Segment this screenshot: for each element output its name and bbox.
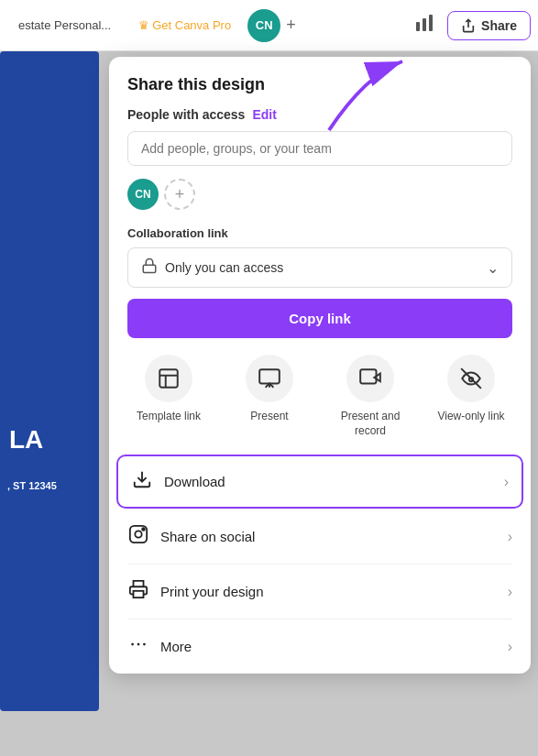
lock-icon: [141, 257, 158, 278]
share-panel: Share this design People with access Edi…: [109, 57, 531, 674]
user-avatar: CN: [127, 179, 159, 210]
more-icon: [127, 634, 149, 659]
design-address: , ST 12345: [7, 480, 57, 491]
design-preview: LA , ST 12345: [0, 51, 99, 711]
people-access-row: People with access Edit: [127, 107, 512, 122]
share-social-label: Share on social: [160, 529, 497, 544]
share-button[interactable]: Share: [447, 11, 531, 40]
svg-point-19: [137, 643, 140, 646]
collab-label: Collaboration link: [127, 226, 512, 240]
tab-canva-pro[interactable]: ♛ Get Canva Pro: [127, 0, 242, 50]
svg-point-18: [131, 643, 134, 646]
collab-dropdown[interactable]: Only you can access ⌄: [127, 247, 512, 288]
svg-rect-2: [429, 15, 433, 31]
print-chevron-icon: ›: [508, 584, 512, 600]
more-label: More: [160, 639, 497, 654]
print-list-item[interactable]: Print your design ›: [109, 564, 531, 619]
avatar[interactable]: CN: [247, 9, 280, 42]
svg-rect-9: [259, 369, 280, 383]
plus-button[interactable]: +: [286, 16, 296, 35]
svg-rect-5: [143, 265, 156, 272]
present-record-label: Present and record: [329, 410, 412, 438]
edit-link[interactable]: Edit: [252, 107, 276, 122]
action-present-record[interactable]: Present and record: [329, 355, 412, 438]
svg-rect-17: [134, 591, 144, 597]
view-only-label: View-only link: [437, 410, 504, 424]
tab-estate-label: estate Personal...: [18, 18, 111, 32]
tab-estate[interactable]: estate Personal...: [7, 0, 122, 50]
more-chevron-icon: ›: [508, 639, 512, 655]
share-panel-title: Share this design: [127, 75, 512, 94]
svg-rect-6: [159, 369, 178, 388]
print-icon: [127, 579, 149, 604]
chevron-down-icon: ⌄: [487, 259, 499, 277]
svg-rect-0: [416, 22, 420, 31]
avatar-row: CN +: [127, 179, 512, 210]
present-icon-circle: [246, 355, 293, 402]
chart-icon[interactable]: [407, 13, 442, 38]
more-list-item[interactable]: More ›: [109, 619, 531, 674]
add-avatar-button[interactable]: +: [164, 179, 195, 210]
svg-point-15: [135, 531, 141, 538]
action-icons-row: Template link Present Present and recor: [109, 355, 531, 455]
tab-canva-pro-label: Get Canva Pro: [152, 18, 231, 32]
collab-option-text: Only you can access: [165, 260, 487, 275]
present-record-icon-circle: [346, 355, 394, 402]
print-label: Print your design: [160, 584, 497, 599]
action-view-only[interactable]: View-only link: [430, 355, 512, 424]
svg-rect-11: [360, 369, 376, 383]
download-icon: [131, 469, 153, 494]
copy-link-button[interactable]: Copy link: [127, 299, 512, 338]
svg-point-16: [142, 528, 145, 531]
avatar-initials: CN: [256, 18, 273, 32]
svg-point-20: [143, 643, 146, 646]
svg-line-12: [461, 368, 481, 389]
design-city: LA: [9, 425, 43, 455]
share-social-list-item[interactable]: Share on social ›: [109, 509, 531, 564]
share-social-icon: [127, 524, 149, 549]
download-label: Download: [164, 474, 493, 489]
people-access-label: People with access: [127, 107, 245, 122]
share-button-label: Share: [481, 18, 517, 33]
add-people-input[interactable]: [127, 131, 512, 166]
action-present[interactable]: Present: [228, 355, 311, 424]
download-chevron-icon: ›: [504, 474, 509, 490]
present-label: Present: [250, 410, 288, 424]
template-link-label: Template link: [137, 410, 201, 424]
share-social-chevron-icon: ›: [508, 529, 512, 545]
svg-rect-1: [423, 18, 426, 31]
action-template-link[interactable]: Template link: [127, 355, 210, 424]
topbar: estate Personal... ♛ Get Canva Pro CN + …: [0, 0, 538, 51]
download-list-item[interactable]: Download ›: [116, 455, 523, 509]
template-link-icon-circle: [145, 355, 192, 402]
view-only-icon-circle: [447, 355, 495, 402]
crown-icon: ♛: [138, 18, 149, 32]
